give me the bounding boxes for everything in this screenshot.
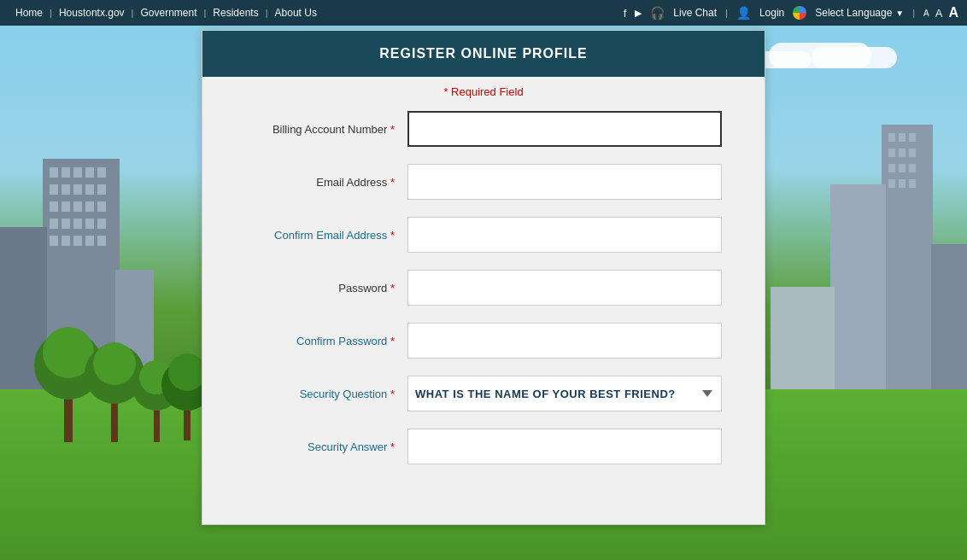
password-row: Password * <box>245 270 722 306</box>
svg-rect-13 <box>73 201 82 212</box>
svg-rect-6 <box>50 184 58 195</box>
email-required-star: * <box>390 176 395 189</box>
svg-rect-30 <box>899 133 905 142</box>
cloud-3 <box>812 47 897 68</box>
svg-rect-12 <box>62 201 70 212</box>
confirm-email-input[interactable] <box>407 217 722 253</box>
nav-right: f ▶ 🎧 Live Chat | 👤 Login Select Languag… <box>624 5 958 20</box>
login-button[interactable]: Login <box>759 7 784 19</box>
billing-required-star: * <box>390 123 395 136</box>
security-question-row: Security Question * WHAT IS THE NAME OF … <box>245 376 722 411</box>
email-address-label: Email Address * <box>245 176 407 189</box>
svg-rect-39 <box>899 179 905 188</box>
password-input[interactable] <box>407 270 722 306</box>
svg-rect-3 <box>73 167 82 178</box>
nav-links: Home | Houstontx.gov | Government | Resi… <box>9 7 624 19</box>
password-label: Password * <box>245 282 407 295</box>
confirm-email-required-star: * <box>390 229 395 242</box>
svg-rect-17 <box>62 219 70 229</box>
live-chat-button[interactable]: Live Chat <box>673 7 717 19</box>
nav-about-us[interactable]: About Us <box>268 7 324 19</box>
svg-rect-7 <box>62 184 70 195</box>
security-answer-required-star: * <box>390 440 395 453</box>
required-note: * Required Field <box>202 85 765 98</box>
svg-rect-36 <box>899 164 905 172</box>
billing-account-input[interactable] <box>407 111 722 147</box>
svg-rect-35 <box>888 164 895 172</box>
billing-account-label: Billing Account Number * <box>245 123 407 136</box>
dropdown-arrow-icon: ▼ <box>895 9 904 18</box>
email-address-row: Email Address * <box>245 164 722 200</box>
login-label: Login <box>759 7 784 19</box>
font-medium-button[interactable]: A <box>935 7 943 20</box>
person-icon: 👤 <box>736 6 751 20</box>
confirm-password-label: Confirm Password * <box>245 335 407 347</box>
email-address-input[interactable] <box>407 164 722 200</box>
font-size-controls: A A A <box>923 5 958 20</box>
nav-home[interactable]: Home <box>9 7 50 19</box>
navbar: Home | Houstontx.gov | Government | Resi… <box>0 0 967 26</box>
svg-rect-9 <box>85 184 94 195</box>
google-translate-icon <box>793 6 806 20</box>
form-title: REGISTER ONLINE PROFILE <box>202 31 765 77</box>
svg-rect-21 <box>50 236 58 246</box>
font-large-button[interactable]: A <box>948 5 958 20</box>
svg-rect-25 <box>97 236 106 246</box>
svg-rect-20 <box>97 219 106 229</box>
svg-rect-38 <box>888 179 895 188</box>
svg-rect-1 <box>50 167 58 178</box>
svg-rect-16 <box>50 219 58 229</box>
svg-rect-5 <box>97 167 106 178</box>
svg-rect-8 <box>73 184 82 195</box>
billing-account-row: Billing Account Number * <box>245 111 722 147</box>
select-language-button[interactable]: Select Language ▼ <box>815 7 904 19</box>
svg-point-49 <box>93 342 136 385</box>
nav-government[interactable]: Government <box>133 7 203 19</box>
svg-rect-23 <box>73 236 82 246</box>
svg-rect-18 <box>73 219 82 229</box>
confirm-password-row: Confirm Password * <box>245 323 722 359</box>
security-question-required-star: * <box>390 388 395 400</box>
svg-rect-24 <box>85 236 94 246</box>
svg-rect-29 <box>888 133 895 142</box>
svg-rect-31 <box>909 133 916 142</box>
svg-rect-15 <box>97 201 106 212</box>
svg-rect-11 <box>50 201 58 212</box>
youtube-icon[interactable]: ▶ <box>635 8 642 19</box>
svg-rect-2 <box>62 167 70 178</box>
svg-rect-10 <box>97 184 106 195</box>
svg-rect-22 <box>62 236 70 246</box>
live-chat-label: Live Chat <box>673 7 717 19</box>
registration-form: REGISTER ONLINE PROFILE * Required Field… <box>202 30 765 525</box>
svg-rect-32 <box>888 149 895 157</box>
confirm-email-label: Confirm Email Address * <box>245 229 407 242</box>
nav-houstontx[interactable]: Houstontx.gov <box>52 7 132 19</box>
form-body: Billing Account Number * Email Address *… <box>202 102 765 499</box>
nav-sep-5: | <box>725 8 728 18</box>
headset-icon: 🎧 <box>650 6 665 20</box>
confirm-email-row: Confirm Email Address * <box>245 217 722 253</box>
svg-rect-4 <box>85 167 94 178</box>
svg-rect-14 <box>85 201 94 212</box>
security-answer-label: Security Answer * <box>245 440 407 453</box>
select-language-label: Select Language <box>815 7 892 19</box>
confirm-password-required-star: * <box>390 335 395 347</box>
security-question-select[interactable]: WHAT IS THE NAME OF YOUR BEST FRIEND? WH… <box>407 376 722 411</box>
confirm-password-input[interactable] <box>407 323 722 359</box>
svg-point-55 <box>168 353 206 391</box>
password-required-star: * <box>390 282 395 295</box>
security-question-label: Security Question * <box>245 388 407 400</box>
nav-residents[interactable]: Residents <box>206 7 265 19</box>
nav-sep-6: | <box>912 8 915 18</box>
svg-rect-19 <box>85 219 94 229</box>
font-small-button[interactable]: A <box>923 9 929 18</box>
facebook-icon[interactable]: f <box>624 7 627 20</box>
svg-rect-40 <box>909 179 916 188</box>
svg-rect-37 <box>909 164 916 172</box>
svg-rect-33 <box>899 149 905 157</box>
security-answer-row: Security Answer * <box>245 429 722 464</box>
security-answer-input[interactable] <box>407 429 722 464</box>
svg-rect-34 <box>909 149 916 157</box>
